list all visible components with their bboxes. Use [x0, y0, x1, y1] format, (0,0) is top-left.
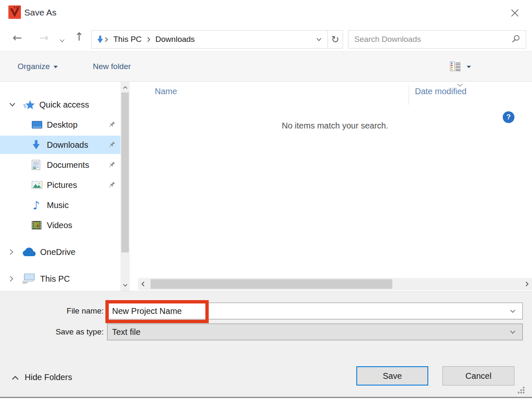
sidebar-item-label: Documents: [47, 160, 89, 170]
cancel-button[interactable]: Cancel: [442, 366, 514, 386]
sidebar-item-music[interactable]: ♪ Music: [0, 196, 120, 214]
quick-access-icon: [23, 100, 35, 110]
sidebar-item-quick-access[interactable]: Quick access: [0, 95, 120, 114]
sidebar-item-label: This PC: [40, 274, 70, 284]
pin-icon: [108, 141, 115, 149]
app-icon-text: EXP: [13, 6, 20, 9]
column-header-name[interactable]: Name: [155, 87, 177, 96]
window-title: Save As: [24, 8, 56, 18]
sidebar-item-label: OneDrive: [40, 247, 75, 257]
pictures-icon: [32, 181, 42, 189]
app-icon: EXP: [8, 5, 21, 19]
sidebar-item-desktop[interactable]: Desktop: [0, 116, 120, 134]
up-icon[interactable]: ↑: [74, 31, 84, 42]
sidebar-item-label: Downloads: [47, 140, 88, 150]
breadcrumb-this-pc[interactable]: This PC: [109, 35, 146, 44]
scroll-up-icon[interactable]: [120, 83, 130, 92]
search-input[interactable]: [354, 35, 512, 44]
file-name-value: New Project Name: [112, 306, 182, 316]
window-bottom-border: [0, 397, 532, 398]
sidebar-item-videos[interactable]: Videos: [0, 216, 120, 234]
empty-folder-message: No items match your search.: [138, 121, 532, 131]
downloads-icon: [32, 140, 41, 150]
chevron-down-icon[interactable]: [9, 103, 15, 107]
recent-locations-icon[interactable]: [59, 37, 65, 44]
forward-icon: →: [39, 32, 49, 43]
organize-button[interactable]: Organize: [18, 51, 58, 81]
hide-folders-button[interactable]: Hide Folders: [12, 373, 72, 382]
organize-label: Organize: [18, 62, 50, 71]
sidebar-item-documents[interactable]: Documents: [0, 156, 120, 174]
sidebar-item-label: Pictures: [47, 180, 77, 190]
resize-grip[interactable]: [518, 387, 525, 394]
sidebar-item-label: Videos: [47, 221, 72, 230]
sidebar-item-onedrive[interactable]: OneDrive: [0, 243, 120, 261]
refresh-button[interactable]: ↻: [327, 30, 343, 49]
downloads-folder-icon: [97, 36, 104, 44]
address-bar[interactable]: This PC Downloads: [91, 30, 328, 49]
sidebar-item-downloads[interactable]: Downloads: [0, 136, 120, 154]
search-box[interactable]: [348, 30, 526, 49]
save-as-dialog: EXP Save As ← → ↑ This PC Downloads ↻ Or…: [0, 0, 532, 401]
chevron-up-icon: [12, 373, 19, 382]
back-icon[interactable]: ←: [13, 32, 22, 43]
save-as-type-label: Save as type:: [0, 327, 104, 337]
music-icon: ♪: [33, 200, 40, 211]
search-icon: [512, 35, 520, 44]
breadcrumb-separator-icon: [105, 37, 108, 42]
breadcrumb-separator-icon: [147, 37, 151, 42]
new-folder-button[interactable]: New folder: [93, 51, 131, 81]
file-name-label: File name:: [0, 306, 104, 316]
chevron-down-icon[interactable]: [510, 330, 516, 334]
change-view-button[interactable]: [450, 51, 461, 81]
chevron-down-icon[interactable]: [510, 309, 516, 313]
file-list-scrollbar[interactable]: [138, 278, 532, 290]
chevron-down-icon: [54, 66, 58, 68]
chevron-right-icon[interactable]: [9, 276, 13, 282]
save-as-type-value: Text file: [112, 327, 141, 337]
save-button[interactable]: Save: [356, 366, 428, 386]
close-icon[interactable]: [508, 6, 522, 20]
videos-icon: [32, 221, 41, 229]
sidebar-item-label: Music: [47, 200, 69, 210]
save-as-type-select[interactable]: Text file: [107, 324, 523, 340]
help-icon: ?: [506, 113, 511, 121]
pin-icon: [108, 161, 115, 169]
hide-folders-label: Hide Folders: [25, 373, 72, 382]
scrollbar-thumb[interactable]: [121, 93, 129, 252]
command-bar: Organize New folder ?: [0, 51, 532, 82]
sidebar-item-label: Desktop: [47, 120, 77, 130]
list-view-icon: [450, 62, 461, 71]
new-folder-label: New folder: [93, 62, 131, 71]
sidebar-item-pictures[interactable]: Pictures: [0, 176, 120, 194]
scroll-left-icon[interactable]: [139, 278, 147, 290]
scrollbar-thumb[interactable]: [151, 279, 392, 289]
onedrive-icon: [22, 247, 37, 257]
chevron-down-icon: [467, 66, 471, 68]
pin-icon: [108, 121, 115, 129]
file-name-input[interactable]: New Project Name: [107, 303, 523, 319]
column-divider[interactable]: [409, 85, 409, 105]
chevron-right-icon[interactable]: [9, 249, 13, 255]
scroll-right-icon[interactable]: [523, 278, 531, 290]
pin-icon: [108, 181, 115, 189]
sidebar-scrollbar[interactable]: [120, 82, 130, 291]
scroll-down-icon[interactable]: [120, 281, 130, 289]
breadcrumb-downloads[interactable]: Downloads: [151, 35, 199, 44]
sidebar-item-this-pc[interactable]: This PC: [0, 270, 120, 288]
column-header-date-modified[interactable]: Date modified: [415, 87, 466, 96]
documents-icon: [32, 160, 40, 170]
footer-panel: File name: New Project Name Save as type…: [0, 291, 532, 397]
desktop-icon: [32, 121, 42, 129]
view-options-dropdown[interactable]: [467, 51, 471, 81]
this-pc-icon: [22, 274, 36, 284]
address-dropdown-icon[interactable]: [316, 36, 322, 43]
sidebar-item-label: Quick access: [39, 100, 89, 110]
refresh-icon: ↻: [331, 34, 339, 45]
